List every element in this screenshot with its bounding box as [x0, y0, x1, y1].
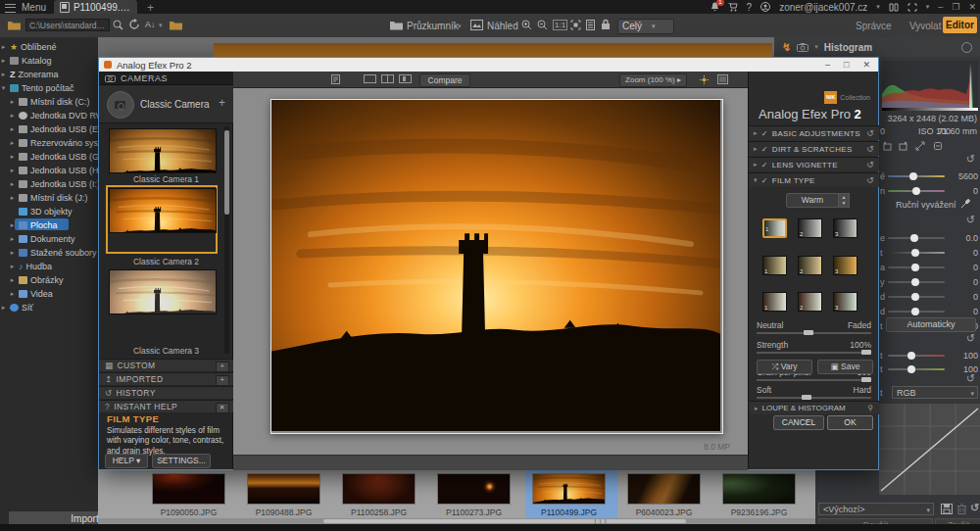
- explorer-mode-icon[interactable]: [390, 20, 403, 30]
- compare-button[interactable]: Compare: [419, 73, 470, 87]
- explorer-mode-label[interactable]: Průzkumník: [407, 21, 459, 31]
- fit-to-screen-icon[interactable]: [570, 20, 581, 30]
- sidebar-item-sit[interactable]: ▸Síť: [0, 301, 98, 314]
- sidebar-item-dokumenty[interactable]: ▸Dokumenty: [0, 232, 98, 245]
- nav-develop[interactable]: Vyvolat: [909, 21, 941, 31]
- restore-button[interactable]: ❐: [952, 2, 959, 12]
- preset-select[interactable]: <Výchozí> ▾: [818, 503, 934, 515]
- curve-channel-select[interactable]: RGB ▾: [892, 386, 978, 399]
- preset-undo-icon[interactable]: ↺: [970, 502, 979, 514]
- preset-delete-icon[interactable]: [957, 504, 966, 514]
- strength-slider[interactable]: Strength100%: [757, 340, 871, 360]
- filmstrip-scrollbar-handle[interactable]: [323, 519, 686, 523]
- account-email[interactable]: zoner@ijacek007.cz: [779, 2, 867, 13]
- explorer-dropdown-icon[interactable]: ▾: [458, 23, 462, 30]
- resize-icon[interactable]: [915, 141, 925, 151]
- tone-slider-3[interactable]: a0: [880, 262, 978, 273]
- tone-slider-5[interactable]: d0: [880, 291, 978, 303]
- sidebar-item-usb-g[interactable]: ▸Jednotka USB (G:): [0, 150, 98, 163]
- sidebar-item-dvd-d[interactable]: ▸Jednotka DVD RW (D:): [0, 109, 98, 121]
- reset-icon[interactable]: ↺: [866, 144, 874, 154]
- imported-add-button[interactable]: +: [216, 375, 229, 386]
- instant-help-close-button[interactable]: ✕: [216, 403, 229, 413]
- neutral-faded-slider[interactable]: NeutralFaded: [757, 320, 871, 340]
- menu-button[interactable]: Menu: [22, 2, 46, 13]
- wb-reset-icon[interactable]: ↺: [966, 153, 975, 166]
- document-tab[interactable]: P1100499.JPG: [54, 0, 137, 14]
- lock-icon[interactable]: [601, 19, 611, 30]
- sort-icon[interactable]: A↓: [145, 20, 156, 29]
- saturation-reset-icon[interactable]: ↺: [966, 332, 975, 345]
- minimize-button[interactable]: –: [938, 2, 943, 12]
- sidebar-item-obrazky[interactable]: ▸Obrázky: [0, 273, 98, 286]
- dialog-close-button[interactable]: ✕: [862, 60, 870, 70]
- preview-mode-label[interactable]: Náhled: [487, 21, 518, 31]
- path-input[interactable]: C:\Users\standard\Desktop\...\cz-sk: [25, 19, 110, 31]
- section-basic-adjustments[interactable]: ▸✓BASIC ADJUSTMENTS↺: [749, 125, 879, 140]
- search-icon[interactable]: [113, 20, 123, 30]
- zoom-level-button[interactable]: Zoom (100 %) ▸: [619, 73, 687, 87]
- reset-icon[interactable]: ↺: [866, 160, 874, 169]
- preview-mode-icon[interactable]: [470, 20, 483, 30]
- sidebar-item-rezervovano[interactable]: ▸Rezervováno systémem (: [0, 136, 98, 149]
- sort-dropdown-icon[interactable]: ▾: [159, 22, 163, 29]
- tone-slider-2[interactable]: t0: [880, 247, 978, 259]
- pages-view-icon[interactable]: [586, 20, 595, 30]
- preview-photo[interactable]: [270, 99, 723, 434]
- sidebar-item-videa[interactable]: ▸Videa: [0, 287, 98, 300]
- preset-thumb-classic-3[interactable]: [109, 269, 217, 314]
- camera-list-scrollbar[interactable]: [224, 126, 229, 354]
- help-icon[interactable]: ?: [747, 2, 753, 13]
- loupe-histogram-section[interactable]: ▸LOUPE & HISTOGRAM⚲: [749, 401, 879, 414]
- dialog-titlebar[interactable]: Analog Efex Pro 2: [99, 58, 878, 72]
- saturation-slider[interactable]: t100: [880, 363, 978, 375]
- zoom-100-icon[interactable]: 1:1: [553, 20, 567, 30]
- vary-button[interactable]: ⤮ Vary: [757, 360, 812, 374]
- panel-settings-icon[interactable]: [961, 42, 972, 53]
- settings-button[interactable]: SETTINGS...: [152, 454, 211, 468]
- film-swatch-1-2[interactable]: 2: [798, 218, 822, 238]
- filmstrip-thumb-4[interactable]: [437, 473, 511, 505]
- film-swatch-3-1[interactable]: 1: [762, 292, 787, 312]
- section-film-type[interactable]: ▾✓FILM TYPE↺: [749, 172, 879, 187]
- cameras-header[interactable]: CAMERAS: [99, 72, 233, 85]
- nav-editor-button[interactable]: Editor: [943, 17, 977, 33]
- refresh-icon[interactable]: [128, 19, 140, 30]
- sidebar-item-stazene-soubory[interactable]: ▸Stažené soubory: [0, 246, 98, 259]
- rotate-left-icon[interactable]: [882, 141, 893, 151]
- section-imported[interactable]: ↥IMPORTED+: [99, 372, 233, 385]
- sidebar-item-tento-pocitac[interactable]: ▾Tento počítač: [0, 81, 98, 94]
- panel-dropdown-icon[interactable]: ▾: [814, 43, 818, 51]
- camera-type-card[interactable]: Classic Camera +: [99, 85, 233, 123]
- zoom-in-icon[interactable]: [521, 20, 532, 30]
- auto-button[interactable]: Automaticky: [886, 317, 976, 332]
- sidebar-item-plocha[interactable]: ▸Plocha: [0, 218, 98, 231]
- section-lens-vignette[interactable]: ▸✓LENS VIGNETTE↺: [749, 157, 879, 171]
- film-swatch-1-1[interactable]: 1: [762, 218, 787, 238]
- tone-slider-4[interactable]: y0: [880, 276, 978, 288]
- tone-slider-6[interactable]: d0: [880, 306, 978, 317]
- add-camera-button[interactable]: +: [219, 96, 225, 110]
- view-single-icon[interactable]: [364, 74, 376, 83]
- cancel-button[interactable]: CANCEL: [773, 415, 824, 430]
- zoom-mode-select[interactable]: Celý ▾: [617, 19, 674, 34]
- film-swatch-3-3[interactable]: 3: [833, 292, 858, 312]
- film-swatch-3-2[interactable]: 2: [798, 292, 822, 312]
- tone-curve[interactable]: [879, 404, 980, 495]
- filmstrip-thumb-1[interactable]: [152, 473, 225, 505]
- close-button[interactable]: ✕: [968, 2, 976, 12]
- book-icon[interactable]: [889, 3, 899, 12]
- nav-manager[interactable]: Správce: [856, 21, 892, 31]
- brightness-icon[interactable]: [700, 75, 709, 84]
- section-custom[interactable]: ▦CUSTOM+: [99, 359, 233, 371]
- fullscreen-dropdown-icon[interactable]: ▾: [926, 3, 930, 11]
- new-tab-button[interactable]: +: [147, 1, 154, 15]
- reset-icon[interactable]: ↺: [866, 128, 874, 138]
- label-flag-icon[interactable]: [933, 141, 943, 151]
- cart-icon[interactable]: [728, 3, 738, 12]
- rotate-right-icon[interactable]: [898, 141, 908, 151]
- hamburger-menu-icon[interactable]: [5, 4, 16, 13]
- film-preset-spinner[interactable]: ▲▼: [838, 193, 850, 208]
- filmstrip-thumb-5-selected[interactable]: [532, 473, 606, 505]
- zoom-out-icon[interactable]: [537, 20, 548, 30]
